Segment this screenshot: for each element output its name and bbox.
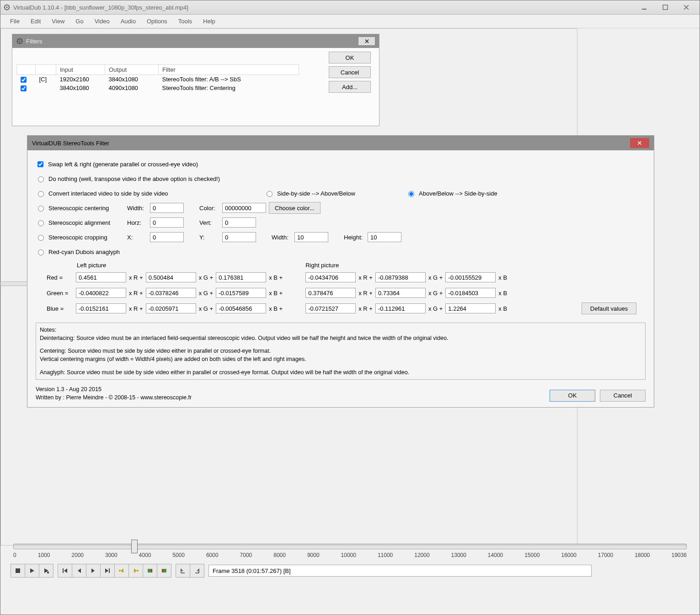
maximize-button[interactable] — [655, 2, 676, 12]
play-output-button[interactable] — [39, 564, 53, 578]
align-horz-input[interactable] — [150, 217, 184, 228]
swap-checkbox[interactable] — [37, 161, 43, 167]
mark-in-button[interactable] — [176, 564, 190, 578]
table-row[interactable]: [C] 1920x2160 3840x1080 StereoTools filt… — [17, 75, 299, 84]
stereo-cancel-button[interactable]: Cancel — [600, 390, 646, 402]
opt-alignment[interactable]: Stereoscopic alignment — [36, 219, 127, 226]
step-fwd-button[interactable] — [86, 564, 101, 578]
radio-alignment[interactable] — [38, 220, 44, 226]
stereo-ok-button[interactable]: OK — [550, 390, 595, 402]
stereotools-titlebar[interactable]: VirtualDUB StereoTools Filter ✕ — [27, 136, 654, 150]
opt-anaglyph[interactable]: Red-cyan Dubois anaglyph — [36, 248, 145, 255]
opt-sbs-ab[interactable]: Side-by-side --> Above/Below — [264, 190, 374, 197]
swap-checkbox-label[interactable]: Swap left & right (generate parallel or … — [36, 160, 198, 169]
right-red-b[interactable] — [445, 272, 496, 282]
filters-ok-button[interactable]: OK — [329, 52, 371, 64]
mark-out-button[interactable] — [190, 564, 204, 578]
left-blue-g[interactable] — [146, 303, 196, 313]
radio-centering[interactable] — [38, 206, 44, 212]
crop-x-input[interactable] — [150, 232, 184, 242]
timeline: 0 1000 2000 3000 4000 5000 6000 7000 800… — [13, 544, 687, 558]
left-red-r[interactable] — [76, 272, 126, 282]
menu-tools[interactable]: Tools — [173, 16, 197, 26]
table-row[interactable]: 3840x1080 4090x1080 StereoTools filter: … — [17, 84, 299, 92]
key-prev-button[interactable] — [114, 564, 129, 578]
left-blue-r[interactable] — [76, 303, 126, 313]
crop-w-input[interactable] — [294, 232, 328, 242]
menu-go[interactable]: Go — [70, 16, 88, 26]
crop-y-input[interactable] — [222, 232, 256, 242]
right-matrix: Right picture x R + x G + x B x R + x G … — [305, 262, 507, 316]
radio-do-nothing[interactable] — [38, 176, 44, 182]
menu-audio[interactable]: Audio — [116, 16, 141, 26]
menu-help[interactable]: Help — [198, 16, 220, 26]
svg-point-11 — [137, 570, 139, 572]
radio-anaglyph[interactable] — [38, 249, 44, 255]
crop-h-input[interactable] — [368, 232, 401, 242]
stereotools-close-button[interactable]: ✕ — [630, 138, 649, 148]
col-filter[interactable]: Filter — [159, 65, 299, 75]
filter-row-checkbox[interactable] — [21, 85, 27, 91]
scene-next-button[interactable] — [157, 564, 171, 578]
menu-video[interactable]: Video — [90, 16, 115, 26]
radio-sbs-ab[interactable] — [267, 191, 273, 197]
right-blue-g[interactable] — [375, 303, 426, 313]
timeline-handle[interactable] — [131, 540, 138, 553]
opt-convert[interactable]: Convert interlaced video to side by side… — [36, 190, 228, 197]
timeline-track[interactable] — [13, 544, 687, 549]
menu-file[interactable]: File — [5, 16, 25, 26]
transport-toolbar: Frame 3518 (0:01:57.267) [B] — [11, 564, 592, 578]
left-green-g[interactable] — [146, 288, 196, 298]
filters-add-button[interactable]: Add... — [329, 81, 371, 93]
key-next-button[interactable] — [128, 564, 143, 578]
menu-view[interactable]: View — [47, 16, 69, 26]
left-blue-b[interactable] — [216, 303, 266, 313]
opt-cropping[interactable]: Stereoscopic cropping — [36, 233, 127, 241]
close-button[interactable] — [676, 2, 697, 12]
left-matrix: Left picture Red = x R + x G + x B + Gre… — [47, 262, 283, 316]
svg-rect-2 — [642, 9, 647, 10]
go-start-button[interactable] — [58, 564, 72, 578]
frame-info: Frame 3518 (0:01:57.267) [B] — [208, 565, 592, 577]
radio-convert[interactable] — [38, 191, 44, 197]
filter-row-checkbox[interactable] — [21, 77, 27, 83]
choose-color-button[interactable]: Choose color... — [269, 202, 321, 214]
centering-color-input[interactable] — [222, 203, 266, 213]
left-green-b[interactable] — [216, 288, 266, 298]
right-green-g[interactable] — [375, 288, 426, 298]
opt-centering[interactable]: Stereoscopic centering — [36, 204, 127, 212]
menu-options[interactable]: Options — [142, 16, 172, 26]
stop-button[interactable] — [11, 564, 25, 578]
filters-titlebar[interactable]: Filters ✕ — [12, 34, 379, 48]
menu-edit[interactable]: Edit — [26, 16, 46, 26]
filters-cancel-button[interactable]: Cancel — [329, 66, 371, 78]
svg-rect-6 — [16, 568, 20, 573]
play-input-button[interactable] — [25, 564, 39, 578]
default-values-button[interactable]: Default values — [582, 302, 636, 314]
radio-ab-sbs[interactable] — [408, 191, 414, 197]
opt-do-nothing[interactable]: Do nothing (well, transpose video if the… — [36, 175, 220, 182]
right-green-b[interactable] — [445, 288, 496, 298]
version-label: Version 1.3 - Aug 20 2015 — [36, 385, 192, 393]
col-output[interactable]: Output — [105, 65, 159, 75]
left-red-g[interactable] — [146, 272, 196, 282]
titlebar[interactable]: VirtualDub 1.10.4 - [bbb_sunflower_1080p… — [0, 0, 700, 15]
step-back-button[interactable] — [72, 564, 86, 578]
scene-prev-button[interactable] — [143, 564, 157, 578]
left-green-r[interactable] — [76, 288, 126, 298]
opt-ab-sbs[interactable]: Above/Below --> Side-by-side — [406, 190, 516, 197]
filters-close-button[interactable]: ✕ — [358, 37, 375, 46]
right-blue-b[interactable] — [445, 303, 496, 313]
right-red-g[interactable] — [375, 272, 426, 282]
go-end-button[interactable] — [100, 564, 115, 578]
svg-point-1 — [6, 6, 7, 8]
left-red-b[interactable] — [216, 272, 266, 282]
centering-width-input[interactable] — [150, 203, 184, 213]
minimize-button[interactable] — [634, 2, 655, 12]
col-input[interactable]: Input — [56, 65, 105, 75]
right-red-r[interactable] — [305, 272, 356, 282]
right-blue-r[interactable] — [305, 303, 356, 313]
align-vert-input[interactable] — [222, 217, 256, 228]
right-green-r[interactable] — [305, 288, 356, 298]
radio-cropping[interactable] — [38, 235, 44, 241]
